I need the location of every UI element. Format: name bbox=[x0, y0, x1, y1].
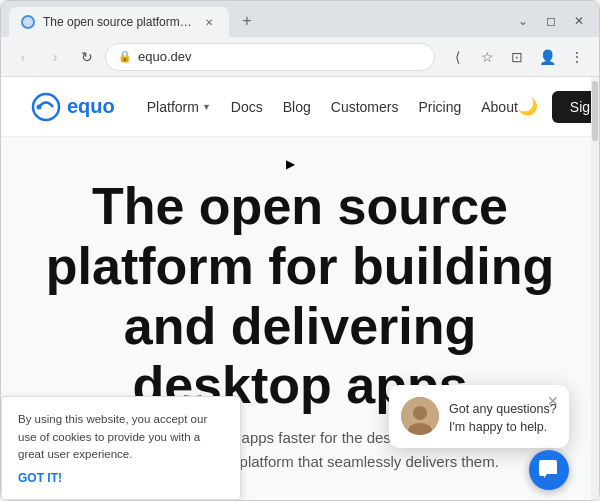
tab-bar: The open source platform for b... ✕ + ⌄ … bbox=[1, 1, 599, 37]
nav-blog[interactable]: Blog bbox=[283, 99, 311, 115]
nav-pricing[interactable]: Pricing bbox=[418, 99, 461, 115]
cookie-banner: By using this website, you accept our us… bbox=[1, 396, 241, 500]
cursor-icon: ▶ bbox=[286, 157, 295, 171]
browser-window: The open source platform for b... ✕ + ⌄ … bbox=[0, 0, 600, 501]
svg-point-2 bbox=[37, 104, 42, 109]
cookie-text: By using this website, you accept our us… bbox=[18, 411, 224, 463]
bookmark-button[interactable]: ☆ bbox=[473, 43, 501, 71]
address-bar: ‹ › ↻ 🔒 equo.dev ⟨ ☆ ⊡ 👤 ⋮ bbox=[1, 37, 599, 77]
menu-button[interactable]: ⋮ bbox=[563, 43, 591, 71]
hero-title: The open source platform for building an… bbox=[31, 177, 569, 416]
tab-favicon bbox=[21, 15, 35, 29]
new-tab-button[interactable]: + bbox=[233, 7, 261, 35]
chat-popup: ✕ Got any questions? I'm happy to help. bbox=[389, 385, 569, 448]
nav-links: Platform ▼ Docs Blog Customers Pricing A… bbox=[147, 99, 518, 115]
minimize-button[interactable]: ⌄ bbox=[511, 9, 535, 33]
browser-actions: ⟨ ☆ ⊡ 👤 ⋮ bbox=[443, 43, 591, 71]
secure-icon: 🔒 bbox=[118, 50, 132, 63]
svg-point-4 bbox=[413, 406, 427, 420]
nav-platform[interactable]: Platform ▼ bbox=[147, 99, 211, 115]
chat-fab-button[interactable] bbox=[529, 450, 569, 490]
url-bar[interactable]: 🔒 equo.dev bbox=[105, 43, 435, 71]
svg-point-0 bbox=[23, 17, 33, 27]
nav-customers[interactable]: Customers bbox=[331, 99, 399, 115]
tab-close-button[interactable]: ✕ bbox=[201, 14, 217, 30]
extensions-button[interactable]: ⊡ bbox=[503, 43, 531, 71]
refresh-button[interactable]: ↻ bbox=[73, 43, 101, 71]
logo-icon bbox=[31, 92, 61, 122]
profile-button[interactable]: 👤 bbox=[533, 43, 561, 71]
nav-about[interactable]: About bbox=[481, 99, 518, 115]
url-text: equo.dev bbox=[138, 49, 192, 64]
nav-docs[interactable]: Docs bbox=[231, 99, 263, 115]
cookie-accept-button[interactable]: GOT IT! bbox=[18, 471, 224, 485]
chat-header: Got any questions? I'm happy to help. bbox=[401, 397, 557, 436]
active-tab[interactable]: The open source platform for b... ✕ bbox=[9, 7, 229, 37]
close-button[interactable]: ✕ bbox=[567, 9, 591, 33]
scrollbar-thumb[interactable] bbox=[592, 81, 598, 141]
chat-close-button[interactable]: ✕ bbox=[547, 393, 559, 409]
back-button[interactable]: ‹ bbox=[9, 43, 37, 71]
platform-dropdown-icon: ▼ bbox=[202, 102, 211, 112]
nav-right: 🌙 Sign bbox=[518, 91, 599, 123]
site-logo[interactable]: equo bbox=[31, 92, 115, 122]
logo-text: equo bbox=[67, 95, 115, 118]
chat-message: Got any questions? I'm happy to help. bbox=[449, 401, 557, 436]
scrollbar[interactable] bbox=[591, 77, 599, 500]
chat-avatar bbox=[401, 397, 439, 435]
window-controls: ⌄ ◻ ✕ bbox=[511, 9, 591, 33]
site-nav: equo Platform ▼ Docs Blog Customers Pric… bbox=[1, 77, 599, 137]
forward-button[interactable]: › bbox=[41, 43, 69, 71]
share-button[interactable]: ⟨ bbox=[443, 43, 471, 71]
dark-mode-button[interactable]: 🌙 bbox=[518, 97, 538, 116]
tab-title: The open source platform for b... bbox=[43, 15, 193, 29]
page-content: equo Platform ▼ Docs Blog Customers Pric… bbox=[1, 77, 599, 500]
maximize-button[interactable]: ◻ bbox=[539, 9, 563, 33]
